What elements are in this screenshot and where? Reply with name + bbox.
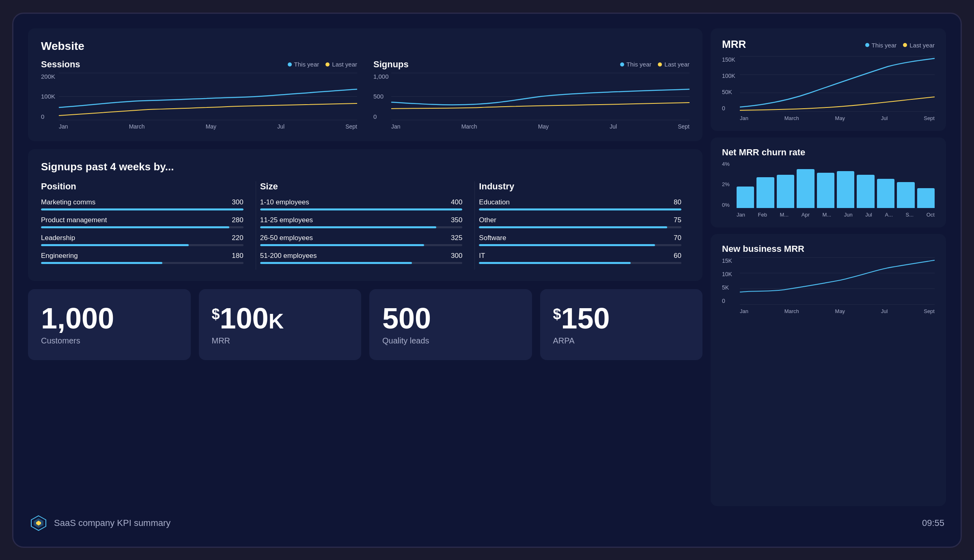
- mrr-chart-container: 150K 100K 50K 0: [722, 56, 935, 121]
- divider-2: [474, 181, 475, 270]
- bar-jan: [737, 161, 754, 208]
- mrr-legend: This year Last year: [865, 42, 935, 49]
- signups-4weeks-cols: Position Marketing comms 300 Product man…: [41, 181, 690, 270]
- bar-aug: [877, 161, 894, 208]
- mrr-legend-this-year: This year: [865, 42, 897, 49]
- kpi-row: 1,000 Customers $100K MRR 500 Quality le…: [28, 289, 702, 360]
- new-mrr-x-labels: Jan March May Jul Sept: [740, 308, 935, 314]
- signups-y-labels: 1,000 500 0: [373, 73, 389, 120]
- industry-row-3: Software 70: [479, 234, 681, 246]
- kpi-arpa: $150 ARPA: [540, 289, 703, 360]
- last-year-dot: [325, 62, 330, 67]
- position-col: Position Marketing comms 300 Product man…: [41, 181, 252, 270]
- kpi-leads-desc: Quality leads: [382, 336, 519, 345]
- signups-4weeks-card: Signups past 4 weeks by... Position Mark…: [28, 149, 702, 281]
- industry-row-4: IT 60: [479, 252, 681, 264]
- position-header: Position: [41, 181, 244, 192]
- churn-title: Net MRR churn rate: [722, 147, 935, 158]
- signups-this-year-dot: [620, 62, 624, 67]
- kpi-leads-number: 500: [382, 304, 519, 333]
- dashboard-screen: Website Sessions This year: [12, 13, 962, 548]
- net-mrr-churn-card: Net MRR churn rate 4% 2% 0%: [711, 137, 946, 227]
- main-content: Website Sessions This year: [28, 28, 946, 506]
- signups-label: Signups: [373, 59, 409, 70]
- industry-row-2: Other 75: [479, 216, 681, 228]
- divider-1: [256, 181, 256, 270]
- signups-legend-this-year: This year: [620, 61, 652, 68]
- left-panel: Website Sessions This year: [28, 28, 702, 506]
- mrr-title: MRR: [722, 38, 746, 51]
- signups-chart-inner: [391, 73, 690, 120]
- sessions-legend: This year Last year: [288, 61, 357, 68]
- footer: SaaS company KPI summary 09:55: [28, 514, 946, 532]
- website-title: Website: [41, 40, 690, 53]
- signups-legend-last-year: Last year: [658, 61, 690, 68]
- sessions-x-labels: Jan March May Jul Sept: [59, 123, 357, 130]
- sessions-legend-last-year: Last year: [325, 61, 357, 68]
- mrr-legend-last-year: Last year: [903, 42, 935, 49]
- position-row-1: Marketing comms 300: [41, 198, 244, 210]
- size-row-1: 1-10 employees 400: [260, 198, 463, 210]
- bar-jun: [837, 161, 854, 208]
- signups-last-year-dot: [658, 62, 662, 67]
- position-row-3: Leadership 220: [41, 234, 244, 246]
- kpi-mrr-desc: MRR: [212, 336, 349, 345]
- kpi-arpa-number: $150: [553, 304, 690, 333]
- logo-icon: [30, 514, 47, 532]
- new-business-mrr-card: New business MRR 15K 10K 5K 0: [711, 234, 946, 506]
- bar-oct: [917, 161, 935, 208]
- size-row-4: 51-200 employees 300: [260, 252, 463, 264]
- bar-feb: [756, 161, 774, 208]
- position-row-2: Product management 280: [41, 216, 244, 228]
- right-panel: MRR This year Last year 150: [711, 28, 946, 506]
- sessions-chart: Sessions This year Last year: [41, 59, 357, 130]
- sessions-legend-this-year: This year: [288, 61, 319, 68]
- kpi-customers: 1,000 Customers: [28, 289, 191, 360]
- kpi-customers-desc: Customers: [41, 336, 178, 345]
- kpi-mrr-number: $100K: [212, 304, 349, 333]
- website-charts-row: Sessions This year Last year: [41, 59, 690, 130]
- new-mrr-title: New business MRR: [722, 244, 935, 254]
- footer-left: SaaS company KPI summary: [30, 514, 170, 532]
- sessions-label: Sessions: [41, 59, 80, 70]
- kpi-leads: 500 Quality leads: [369, 289, 532, 360]
- industry-header: Industry: [479, 181, 681, 192]
- sessions-y-labels: 200K 100K 0: [41, 73, 55, 120]
- this-year-dot: [288, 62, 292, 67]
- new-mrr-chart: 15K 10K 5K 0: [722, 257, 935, 314]
- size-col: Size 1-10 employees 400 11-25 employees: [260, 181, 471, 270]
- signups-4weeks-title: Signups past 4 weeks by...: [41, 161, 690, 173]
- size-header: Size: [260, 181, 463, 192]
- kpi-arpa-desc: ARPA: [553, 336, 690, 345]
- kpi-customers-number: 1,000: [41, 304, 178, 333]
- churn-chart: 4% 2% 0%: [722, 161, 935, 218]
- website-card: Website Sessions This year: [28, 28, 702, 141]
- kpi-mrr: $100K MRR: [199, 289, 362, 360]
- industry-row-1: Education 80: [479, 198, 681, 210]
- sessions-chart-container: 200K 100K 0: [41, 73, 357, 130]
- bar-may: [817, 161, 834, 208]
- new-mrr-chart-inner: [740, 257, 935, 305]
- sessions-chart-inner: [59, 73, 357, 120]
- industry-col: Industry Education 80 Other 75: [479, 181, 690, 270]
- bar-sep: [897, 161, 914, 208]
- bar-jul: [857, 161, 874, 208]
- churn-x-labels: Jan Feb M... Apr M... Jun Jul A... S... …: [737, 212, 935, 218]
- signups-chart-container: 1,000 500 0: [373, 73, 690, 130]
- churn-bars: [737, 161, 935, 208]
- bar-apr: [797, 161, 814, 208]
- signups-chart: Signups This year Last year: [373, 59, 690, 130]
- bar-mar: [777, 161, 794, 208]
- mrr-chart-inner: [740, 56, 935, 112]
- size-row-3: 26-50 employees 325: [260, 234, 463, 246]
- signups-legend: This year Last year: [620, 61, 690, 68]
- churn-y-labels: 4% 2% 0%: [722, 161, 730, 208]
- signups-x-labels: Jan March May Jul Sept: [391, 123, 690, 130]
- footer-time: 09:55: [922, 518, 944, 528]
- position-row-4: Engineering 180: [41, 252, 244, 264]
- mrr-x-labels: Jan March May Jul Sept: [740, 115, 935, 121]
- mrr-card: MRR This year Last year 150: [711, 28, 946, 131]
- size-row-2: 11-25 employees 350: [260, 216, 463, 228]
- footer-title: SaaS company KPI summary: [54, 518, 170, 528]
